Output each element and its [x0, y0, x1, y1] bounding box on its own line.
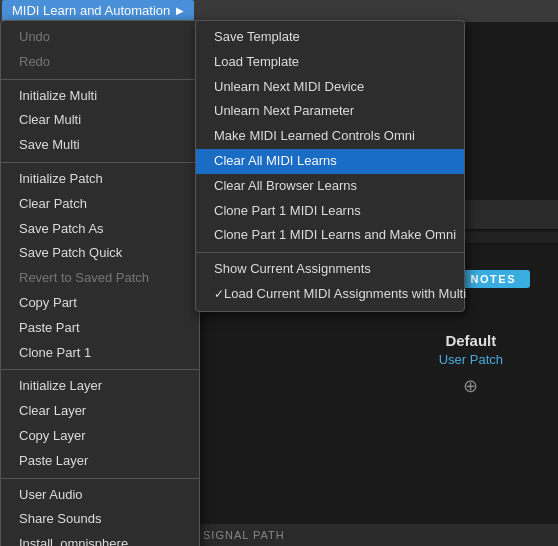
redo-item[interactable]: Redo	[1, 50, 199, 75]
save-patch-quick-item[interactable]: Save Patch Quick	[1, 241, 199, 266]
copy-part-item[interactable]: Copy Part	[1, 291, 199, 316]
patch-name: Default	[439, 332, 503, 349]
save-patch-as-item[interactable]: Save Patch As	[1, 217, 199, 242]
notes-button[interactable]: NOTES	[457, 270, 530, 288]
midi-learn-label: MIDI Learn and Automation	[12, 1, 170, 22]
load-assignments-item[interactable]: ✓ Load Current MIDI Assignments with Mul…	[196, 282, 464, 307]
signal-path-label: SIGNAL PATH	[203, 529, 285, 541]
paste-layer-item[interactable]: Paste Layer	[1, 449, 199, 474]
clone-part-item[interactable]: Clone Part 1	[1, 341, 199, 366]
signal-path-bar: SIGNAL PATH	[193, 524, 558, 546]
clear-multi-item[interactable]: Clear Multi	[1, 108, 199, 133]
save-multi-item[interactable]: Save Multi	[1, 133, 199, 158]
clear-patch-item[interactable]: Clear Patch	[1, 192, 199, 217]
unlearn-next-device-item[interactable]: Unlearn Next MIDI Device	[196, 75, 464, 100]
patch-info: Default User Patch ⊕	[439, 332, 503, 397]
undo-item[interactable]: Undo	[1, 25, 199, 50]
right-context-menu: Save Template Load Template Unlearn Next…	[195, 20, 465, 312]
user-audio-item[interactable]: User Audio	[1, 483, 199, 508]
load-template-item[interactable]: Load Template	[196, 50, 464, 75]
separator-1	[1, 79, 199, 80]
left-context-menu: Undo Redo Initialize Multi Clear Multi S…	[0, 20, 200, 546]
copy-layer-item[interactable]: Copy Layer	[1, 424, 199, 449]
zoom-icon[interactable]: ⊕	[439, 375, 503, 397]
checkmark-icon: ✓	[214, 285, 224, 304]
initialize-multi-item[interactable]: Initialize Multi	[1, 84, 199, 109]
install-omnisphere-item[interactable]: Install .omnisphere	[1, 532, 199, 546]
make-omni-item[interactable]: Make MIDI Learned Controls Omni	[196, 124, 464, 149]
right-separator-1	[196, 252, 464, 253]
show-assignments-item[interactable]: Show Current Assignments	[196, 257, 464, 282]
initialize-patch-item[interactable]: Initialize Patch	[1, 167, 199, 192]
submenu-arrow-icon: ▶	[176, 3, 184, 19]
load-assignments-label: Load Current MIDI Assignments with Multi	[224, 284, 466, 305]
init-layer-item[interactable]: Initialize Layer	[1, 374, 199, 399]
separator-4	[1, 478, 199, 479]
patch-type: User Patch	[439, 352, 503, 367]
clone-part1-midi-item[interactable]: Clone Part 1 MIDI Learns	[196, 199, 464, 224]
revert-patch-item[interactable]: Revert to Saved Patch	[1, 266, 199, 291]
notes-label: NOTES	[457, 270, 530, 288]
separator-2	[1, 162, 199, 163]
share-sounds-item[interactable]: Share Sounds	[1, 507, 199, 532]
save-template-item[interactable]: Save Template	[196, 25, 464, 50]
clear-all-midi-item[interactable]: Clear All MIDI Learns	[196, 149, 464, 174]
paste-part-item[interactable]: Paste Part	[1, 316, 199, 341]
unlearn-next-param-item[interactable]: Unlearn Next Parameter	[196, 99, 464, 124]
menu-bar: MIDI Learn and Automation ▶	[0, 0, 558, 22]
clear-browser-item[interactable]: Clear All Browser Learns	[196, 174, 464, 199]
separator-3	[1, 369, 199, 370]
clear-layer-item[interactable]: Clear Layer	[1, 399, 199, 424]
clone-part1-omni-item[interactable]: Clone Part 1 MIDI Learns and Make Omni	[196, 223, 464, 248]
